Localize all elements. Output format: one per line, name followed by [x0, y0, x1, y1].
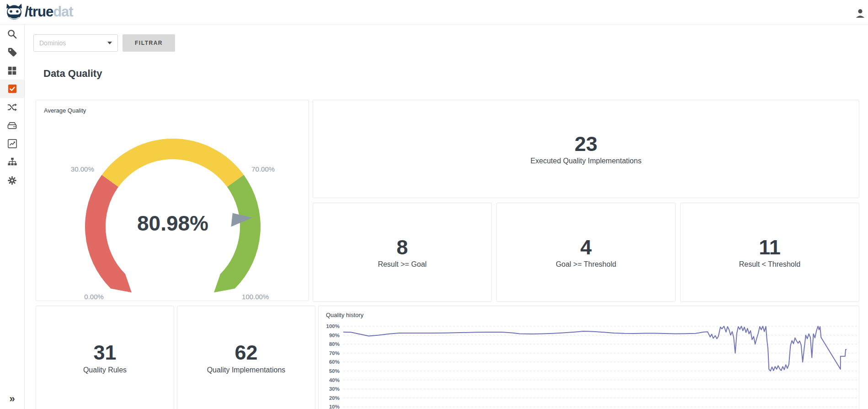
logo-text: /truedat — [25, 4, 73, 20]
executed-implementations-card: 23 Executed Quality Implementations — [313, 100, 859, 198]
sidebar-item-glossary[interactable] — [0, 43, 24, 61]
quality-implementations-value: 62 — [234, 341, 257, 364]
average-quality-card: Average Quality 0.00%30.00%70.00%100.00%… — [36, 100, 309, 301]
svg-text:70%: 70% — [329, 350, 340, 356]
quality-history-chart: 100%90%80%70%60%50%40%30%20%10% — [319, 321, 859, 409]
result-goal-label: Result >= Goal — [378, 260, 427, 269]
svg-text:100.00%: 100.00% — [242, 293, 269, 301]
domain-select-placeholder: Dominios — [39, 39, 107, 47]
result-threshold-card: 11 Result < Threshold — [680, 203, 859, 302]
svg-text:20%: 20% — [329, 395, 340, 401]
user-menu-icon[interactable] — [854, 7, 867, 20]
filter-button[interactable]: FILTRAR — [122, 34, 175, 52]
svg-text:0.00%: 0.00% — [84, 293, 104, 301]
average-quality-gauge: 0.00%30.00%70.00%100.00%80.98% — [45, 100, 301, 301]
quality-implementations-card: 62 Quality Implementations — [177, 306, 315, 409]
svg-text:60%: 60% — [329, 359, 340, 365]
result-threshold-value: 11 — [759, 236, 781, 259]
svg-text:10%: 10% — [329, 404, 340, 409]
storage-icon — [7, 120, 17, 131]
result-goal-value: 8 — [396, 236, 408, 259]
svg-text:80.98%: 80.98% — [137, 211, 208, 235]
sidebar-item-structures[interactable] — [0, 116, 24, 135]
sidebar-item-lineage[interactable] — [0, 153, 24, 171]
result-threshold-label: Result < Threshold — [739, 260, 800, 269]
owl-icon — [5, 3, 23, 21]
goal-threshold-value: 4 — [580, 236, 591, 259]
svg-text:100%: 100% — [326, 323, 340, 329]
quality-check-icon — [7, 84, 17, 94]
app-header: /truedat — [0, 0, 868, 25]
expand-sidebar-icon[interactable]: » — [0, 391, 24, 407]
goal-threshold-card: 4 Goal >= Threshold — [496, 203, 676, 302]
executed-implementations-value: 23 — [575, 133, 597, 156]
svg-text:30%: 30% — [329, 386, 340, 392]
quality-rules-label: Quality Rules — [83, 366, 127, 374]
executed-implementations-label: Executed Quality Implementations — [531, 157, 642, 165]
quality-rules-card: 31 Quality Rules — [36, 306, 174, 409]
chart-icon — [7, 139, 17, 149]
grid-icon — [7, 66, 17, 75]
chevron-down-icon — [107, 42, 112, 44]
sidebar-item-settings[interactable] — [0, 171, 24, 189]
svg-text:70.00%: 70.00% — [251, 165, 275, 173]
quality-implementations-label: Quality Implementations — [207, 366, 286, 374]
svg-text:30.00%: 30.00% — [71, 165, 94, 173]
shuffle-icon — [7, 102, 17, 113]
svg-text:50%: 50% — [329, 368, 340, 374]
svg-text:90%: 90% — [329, 333, 340, 338]
svg-text:40%: 40% — [329, 377, 340, 383]
sidebar-item-search[interactable] — [0, 25, 24, 43]
result-goal-card: 8 Result >= Goal — [313, 203, 492, 302]
quality-history-title: Quality history — [326, 312, 363, 318]
search-icon — [7, 29, 17, 39]
settings-icon — [7, 176, 17, 185]
sidebar-item-dashboards[interactable] — [0, 135, 24, 153]
domain-select[interactable]: Dominios — [33, 34, 118, 52]
sidebar-item-catalog[interactable] — [0, 61, 24, 80]
quality-rules-value: 31 — [93, 341, 116, 364]
sidebar-item-quality[interactable] — [0, 80, 24, 98]
goal-threshold-label: Goal >= Threshold — [556, 260, 616, 269]
tag-icon — [7, 47, 17, 57]
sidebar-item-connectors[interactable] — [0, 98, 24, 116]
quality-history-card: Quality history 100%90%80%70%60%50%40%30… — [318, 306, 859, 409]
svg-text:80%: 80% — [329, 341, 340, 347]
page-title: Data Quality — [43, 68, 102, 80]
truedat-logo[interactable]: /truedat — [5, 3, 73, 21]
sidebar: » — [0, 25, 25, 409]
lineage-icon — [7, 157, 17, 167]
